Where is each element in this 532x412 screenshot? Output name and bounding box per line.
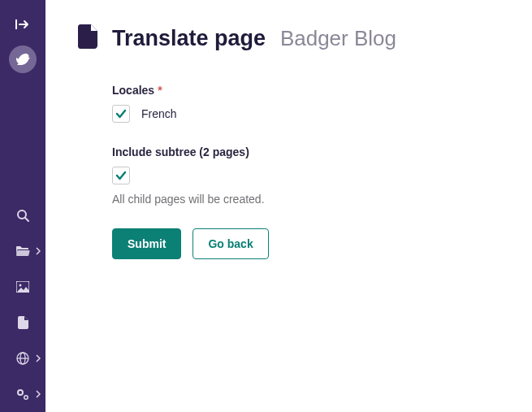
svg-point-4 xyxy=(19,284,22,287)
page-header: Translate page Badger Blog xyxy=(78,24,500,51)
svg-point-8 xyxy=(19,392,21,393)
locale-option-row: French xyxy=(112,105,468,123)
bird-icon xyxy=(15,51,31,67)
page-icon xyxy=(78,24,99,51)
sidebar-item-snippets[interactable] xyxy=(0,340,45,376)
locale-french-checkbox[interactable] xyxy=(112,105,130,123)
svg-point-9 xyxy=(25,397,27,398)
translate-form: Locales* French Include subtree (2 pages… xyxy=(78,84,468,259)
svg-line-2 xyxy=(25,218,28,221)
avatar[interactable] xyxy=(9,46,37,73)
sidebar xyxy=(0,0,45,412)
sidebar-expand-button[interactable] xyxy=(11,16,34,33)
locales-field: Locales* French xyxy=(112,84,468,123)
page-name: Badger Blog xyxy=(280,26,396,50)
subtree-help: All child pages will be created. xyxy=(112,193,468,206)
chevron-right-icon xyxy=(36,354,41,362)
form-actions: Submit Go back xyxy=(112,228,468,259)
gears-icon xyxy=(15,388,30,401)
search-icon xyxy=(16,209,29,222)
sidebar-item-images[interactable] xyxy=(0,269,45,305)
expand-icon xyxy=(15,19,30,30)
locales-label: Locales* xyxy=(112,84,468,97)
subtree-label: Include subtree (2 pages) xyxy=(112,145,468,158)
sidebar-item-documents[interactable] xyxy=(0,305,45,340)
subtree-field: Include subtree (2 pages) All child page… xyxy=(112,145,468,206)
check-icon xyxy=(115,171,127,180)
main: Translate page Badger Blog Locales* Fren… xyxy=(45,0,532,412)
submit-button[interactable]: Submit xyxy=(112,228,181,259)
title-text: Translate page xyxy=(112,26,266,50)
go-back-button[interactable]: Go back xyxy=(192,228,268,259)
image-icon xyxy=(16,281,29,293)
locale-french-label: French xyxy=(141,107,177,120)
subtree-checkbox[interactable] xyxy=(112,167,130,184)
subtree-checkbox-row xyxy=(112,167,468,184)
check-icon xyxy=(115,109,127,119)
page-title: Translate page Badger Blog xyxy=(112,25,396,51)
sidebar-item-settings[interactable] xyxy=(0,376,45,412)
document-icon xyxy=(18,316,28,329)
required-marker: * xyxy=(158,84,162,97)
chevron-right-icon xyxy=(36,390,41,398)
folder-open-icon xyxy=(15,245,30,257)
globe-icon xyxy=(16,352,29,365)
sidebar-item-pages[interactable] xyxy=(0,233,45,269)
chevron-right-icon xyxy=(36,247,41,255)
sidebar-item-search[interactable] xyxy=(0,197,45,233)
